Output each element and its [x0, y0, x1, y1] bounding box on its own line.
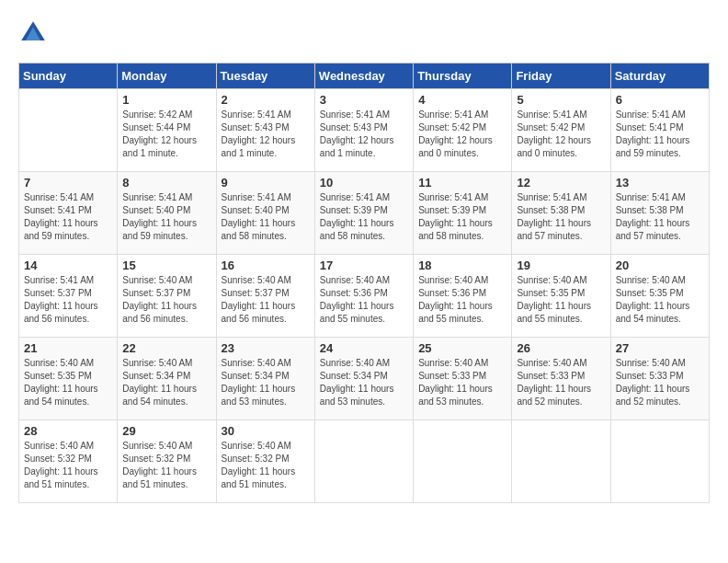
day-number: 2 [222, 93, 310, 107]
column-header-wednesday: Wednesday [314, 63, 413, 89]
calendar-cell: 8 Sunrise: 5:41 AMSunset: 5:40 PMDayligh… [118, 172, 216, 255]
calendar-cell: 18 Sunrise: 5:40 AMSunset: 5:36 PMDaylig… [414, 255, 512, 338]
calendar-cell: 29 Sunrise: 5:40 AMSunset: 5:32 PMDaylig… [118, 420, 216, 503]
day-number: 5 [517, 93, 605, 107]
day-number: 26 [517, 341, 605, 355]
day-info: Sunrise: 5:40 AMSunset: 5:33 PMDaylight:… [517, 357, 605, 408]
calendar-cell: 20 Sunrise: 5:40 AMSunset: 5:35 PMDaylig… [610, 255, 709, 338]
day-number: 16 [222, 259, 310, 272]
column-header-monday: Monday [118, 63, 216, 89]
day-info: Sunrise: 5:41 AMSunset: 5:38 PMDaylight:… [616, 191, 704, 243]
calendar-cell: 5 Sunrise: 5:41 AMSunset: 5:42 PMDayligh… [512, 89, 610, 172]
day-number: 30 [222, 424, 310, 438]
calendar-cell [414, 420, 512, 503]
column-header-sunday: Sunday [19, 63, 118, 89]
column-header-saturday: Saturday [610, 63, 709, 89]
day-number: 22 [122, 341, 210, 355]
calendar-cell: 19 Sunrise: 5:40 AMSunset: 5:35 PMDaylig… [512, 255, 610, 338]
day-info: Sunrise: 5:40 AMSunset: 5:32 PMDaylight:… [24, 440, 112, 491]
day-info: Sunrise: 5:41 AMSunset: 5:41 PMDaylight:… [24, 191, 112, 243]
day-info: Sunrise: 5:40 AMSunset: 5:32 PMDaylight:… [122, 440, 210, 491]
day-info: Sunrise: 5:41 AMSunset: 5:42 PMDaylight:… [517, 109, 605, 160]
day-number: 8 [122, 176, 210, 190]
calendar-cell: 1 Sunrise: 5:42 AMSunset: 5:44 PMDayligh… [118, 89, 216, 172]
day-info: Sunrise: 5:40 AMSunset: 5:32 PMDaylight:… [222, 440, 310, 491]
calendar-cell: 12 Sunrise: 5:41 AMSunset: 5:38 PMDaylig… [512, 172, 610, 255]
day-number: 7 [24, 176, 112, 190]
day-number: 20 [616, 259, 704, 272]
calendar-cell: 13 Sunrise: 5:41 AMSunset: 5:38 PMDaylig… [610, 172, 709, 255]
calendar-cell [610, 420, 709, 503]
calendar-week-row: 28 Sunrise: 5:40 AMSunset: 5:32 PMDaylig… [19, 420, 710, 503]
day-info: Sunrise: 5:40 AMSunset: 5:35 PMDaylight:… [616, 274, 704, 326]
calendar-cell: 23 Sunrise: 5:40 AMSunset: 5:34 PMDaylig… [216, 338, 314, 420]
day-info: Sunrise: 5:41 AMSunset: 5:43 PMDaylight:… [320, 109, 408, 160]
calendar-cell: 30 Sunrise: 5:40 AMSunset: 5:32 PMDaylig… [216, 420, 314, 503]
day-number: 9 [222, 176, 310, 190]
logo-icon [18, 18, 48, 48]
day-number: 18 [418, 259, 506, 272]
day-number: 1 [122, 93, 210, 107]
day-number: 6 [616, 93, 704, 107]
calendar-week-row: 1 Sunrise: 5:42 AMSunset: 5:44 PMDayligh… [19, 89, 710, 172]
calendar-week-row: 14 Sunrise: 5:41 AMSunset: 5:37 PMDaylig… [19, 255, 710, 338]
calendar-cell: 7 Sunrise: 5:41 AMSunset: 5:41 PMDayligh… [19, 172, 118, 255]
day-info: Sunrise: 5:40 AMSunset: 5:34 PMDaylight:… [222, 357, 310, 408]
day-info: Sunrise: 5:41 AMSunset: 5:37 PMDaylight:… [24, 274, 112, 326]
day-info: Sunrise: 5:41 AMSunset: 5:38 PMDaylight:… [517, 191, 605, 243]
calendar-cell: 25 Sunrise: 5:40 AMSunset: 5:33 PMDaylig… [414, 338, 512, 420]
calendar-cell: 16 Sunrise: 5:40 AMSunset: 5:37 PMDaylig… [216, 255, 314, 338]
day-info: Sunrise: 5:40 AMSunset: 5:34 PMDaylight:… [320, 357, 408, 408]
day-info: Sunrise: 5:41 AMSunset: 5:42 PMDaylight:… [418, 109, 506, 160]
calendar-cell [19, 89, 118, 172]
day-info: Sunrise: 5:40 AMSunset: 5:36 PMDaylight:… [418, 274, 506, 326]
day-number: 10 [320, 176, 408, 190]
day-info: Sunrise: 5:40 AMSunset: 5:37 PMDaylight:… [122, 274, 210, 326]
day-info: Sunrise: 5:41 AMSunset: 5:40 PMDaylight:… [122, 191, 210, 243]
day-info: Sunrise: 5:40 AMSunset: 5:34 PMDaylight:… [122, 357, 210, 408]
calendar-table: SundayMondayTuesdayWednesdayThursdayFrid… [18, 63, 710, 503]
day-info: Sunrise: 5:40 AMSunset: 5:35 PMDaylight:… [517, 274, 605, 326]
calendar-header-row: SundayMondayTuesdayWednesdayThursdayFrid… [19, 63, 710, 89]
calendar-week-row: 7 Sunrise: 5:41 AMSunset: 5:41 PMDayligh… [19, 172, 710, 255]
calendar-cell: 28 Sunrise: 5:40 AMSunset: 5:32 PMDaylig… [19, 420, 118, 503]
day-info: Sunrise: 5:40 AMSunset: 5:35 PMDaylight:… [24, 357, 112, 408]
column-header-thursday: Thursday [414, 63, 512, 89]
calendar-cell: 24 Sunrise: 5:40 AMSunset: 5:34 PMDaylig… [314, 338, 413, 420]
calendar-cell: 6 Sunrise: 5:41 AMSunset: 5:41 PMDayligh… [610, 89, 709, 172]
day-number: 15 [122, 259, 210, 272]
day-number: 28 [24, 424, 112, 438]
calendar-cell: 15 Sunrise: 5:40 AMSunset: 5:37 PMDaylig… [118, 255, 216, 338]
day-number: 23 [222, 341, 310, 355]
calendar-cell: 14 Sunrise: 5:41 AMSunset: 5:37 PMDaylig… [19, 255, 118, 338]
calendar-cell: 21 Sunrise: 5:40 AMSunset: 5:35 PMDaylig… [19, 338, 118, 420]
calendar-cell: 11 Sunrise: 5:41 AMSunset: 5:39 PMDaylig… [414, 172, 512, 255]
logo [18, 18, 53, 48]
calendar-cell: 2 Sunrise: 5:41 AMSunset: 5:43 PMDayligh… [216, 89, 314, 172]
page-header [18, 18, 710, 48]
day-number: 19 [517, 259, 605, 272]
day-number: 14 [24, 259, 112, 272]
calendar-cell: 22 Sunrise: 5:40 AMSunset: 5:34 PMDaylig… [118, 338, 216, 420]
day-number: 3 [320, 93, 408, 107]
calendar-cell: 17 Sunrise: 5:40 AMSunset: 5:36 PMDaylig… [314, 255, 413, 338]
calendar-cell: 10 Sunrise: 5:41 AMSunset: 5:39 PMDaylig… [314, 172, 413, 255]
column-header-friday: Friday [512, 63, 610, 89]
day-number: 12 [517, 176, 605, 190]
day-number: 11 [418, 176, 506, 190]
calendar-week-row: 21 Sunrise: 5:40 AMSunset: 5:35 PMDaylig… [19, 338, 710, 420]
day-info: Sunrise: 5:41 AMSunset: 5:39 PMDaylight:… [320, 191, 408, 243]
calendar-cell: 4 Sunrise: 5:41 AMSunset: 5:42 PMDayligh… [414, 89, 512, 172]
day-number: 27 [616, 341, 704, 355]
column-header-tuesday: Tuesday [216, 63, 314, 89]
day-number: 25 [418, 341, 506, 355]
day-info: Sunrise: 5:42 AMSunset: 5:44 PMDaylight:… [122, 109, 210, 160]
day-info: Sunrise: 5:40 AMSunset: 5:36 PMDaylight:… [320, 274, 408, 326]
day-info: Sunrise: 5:41 AMSunset: 5:40 PMDaylight:… [222, 191, 310, 243]
calendar-cell: 3 Sunrise: 5:41 AMSunset: 5:43 PMDayligh… [314, 89, 413, 172]
day-number: 17 [320, 259, 408, 272]
calendar-cell: 27 Sunrise: 5:40 AMSunset: 5:33 PMDaylig… [610, 338, 709, 420]
calendar-cell: 26 Sunrise: 5:40 AMSunset: 5:33 PMDaylig… [512, 338, 610, 420]
day-number: 29 [122, 424, 210, 438]
day-info: Sunrise: 5:40 AMSunset: 5:33 PMDaylight:… [418, 357, 506, 408]
